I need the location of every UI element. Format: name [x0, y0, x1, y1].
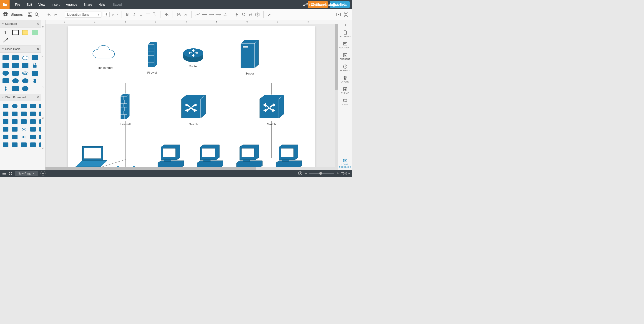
cisco-shape[interactable]	[2, 134, 10, 140]
undo-icon[interactable]	[46, 12, 52, 17]
line-start-icon[interactable]	[208, 12, 214, 17]
distribute-icon[interactable]	[183, 12, 188, 17]
align-icon[interactable]	[145, 12, 150, 17]
menu-share[interactable]: Share	[80, 0, 95, 9]
close-icon[interactable]: ✕	[36, 21, 39, 26]
switch2-icon[interactable]	[258, 94, 285, 120]
dock-theme[interactable]: THEME	[338, 85, 352, 96]
wrench-icon[interactable]	[267, 12, 272, 17]
fullscreen-icon[interactable]	[344, 12, 349, 17]
scrollbar-thumb[interactable]	[46, 167, 256, 170]
dock-present[interactable]: PRESENT	[338, 51, 352, 62]
dock-feedback[interactable]: LEAVE FEEDBACK	[338, 156, 352, 170]
vertical-scrollbar[interactable]	[335, 24, 338, 167]
cisco-shape[interactable]	[11, 134, 19, 140]
dock-chat[interactable]: CHAT	[338, 97, 352, 107]
cisco-shape[interactable]	[38, 126, 42, 132]
workstation-icon[interactable]	[235, 144, 264, 169]
grid-view-icon[interactable]	[9, 172, 12, 175]
fill-icon[interactable]	[164, 12, 170, 17]
underline-icon[interactable]: U	[138, 12, 144, 17]
menu-view[interactable]: View	[35, 0, 48, 9]
align-left-icon[interactable]	[176, 12, 182, 17]
server-icon[interactable]	[240, 39, 260, 69]
cisco-shape[interactable]	[11, 142, 19, 148]
cisco-shape[interactable]	[38, 142, 42, 148]
list-view-icon[interactable]	[2, 172, 6, 175]
play-slides-icon[interactable]	[336, 12, 341, 17]
cisco-shape[interactable]	[2, 78, 10, 84]
cisco-shape[interactable]	[12, 70, 19, 76]
cisco-shape[interactable]	[2, 126, 10, 132]
action-icon[interactable]	[234, 12, 240, 17]
cisco-shape[interactable]	[11, 126, 19, 132]
font-select[interactable]: Liberation Sans▾	[65, 11, 102, 17]
cisco-shape[interactable]	[29, 134, 37, 140]
switch1-icon[interactable]	[180, 94, 207, 120]
line-curve-icon[interactable]	[195, 12, 200, 17]
app-logo[interactable]	[0, 0, 10, 9]
cisco-shape[interactable]	[38, 118, 42, 125]
cisco-shape[interactable]	[20, 103, 28, 109]
cisco-shape[interactable]	[22, 85, 29, 92]
add-page-button[interactable]: +	[40, 171, 46, 176]
close-icon[interactable]: ✕	[36, 47, 39, 51]
gear-icon[interactable]	[3, 12, 8, 17]
zoom-level[interactable]: 75% ▼	[341, 172, 350, 175]
cisco-shape[interactable]	[12, 78, 19, 84]
cisco-shape[interactable]	[11, 111, 19, 117]
cisco-shape[interactable]	[11, 118, 19, 125]
horizontal-scrollbar[interactable]	[46, 167, 338, 170]
image-icon[interactable]	[27, 12, 33, 17]
line-swap-icon[interactable]	[222, 12, 228, 17]
menu-arrange[interactable]: Arrange	[63, 0, 80, 9]
menu-help[interactable]: Help	[95, 0, 108, 9]
cisco-shape[interactable]	[2, 62, 10, 69]
dock-comment[interactable]: ❝❞ COMMENT	[338, 40, 352, 51]
group-cisco-basic-header[interactable]: ▼ Cisco Basic ✕	[0, 45, 41, 53]
cisco-shape[interactable]	[31, 70, 39, 76]
router-icon[interactable]	[183, 46, 204, 62]
document-title[interactable]: Office Network Diagram	[303, 3, 341, 6]
workstation-icon[interactable]	[195, 144, 225, 169]
collapse-dock-icon[interactable]: ‹‹	[338, 21, 352, 28]
scrollbar-thumb[interactable]	[335, 24, 338, 90]
compass-icon[interactable]	[298, 171, 302, 175]
bold-icon[interactable]: B	[124, 12, 130, 17]
menu-file[interactable]: File	[12, 0, 24, 9]
note-shape[interactable]	[22, 29, 29, 36]
cisco-shape[interactable]	[20, 111, 28, 117]
cisco-cloud-shape[interactable]	[22, 54, 29, 61]
cisco-shape[interactable]	[12, 85, 19, 92]
text-shape[interactable]: T	[2, 29, 10, 36]
cisco-lock-shape[interactable]	[31, 62, 39, 69]
cisco-shape[interactable]	[22, 78, 29, 84]
workstation-icon[interactable]	[156, 144, 186, 169]
cisco-shape[interactable]	[38, 103, 42, 109]
italic-icon[interactable]: I	[132, 12, 137, 17]
cisco-shape[interactable]	[22, 62, 29, 69]
info-icon[interactable]	[255, 12, 260, 17]
firewall-icon[interactable]	[147, 41, 158, 69]
font-size-input[interactable]	[103, 12, 110, 17]
canvas-viewport[interactable]: The Internet Firewall Router Server Fir	[46, 24, 338, 170]
search-icon[interactable]	[34, 12, 40, 17]
cisco-shape[interactable]	[20, 118, 28, 125]
cisco-shape[interactable]	[2, 118, 10, 125]
diagram-page[interactable]: The Internet Firewall Router Server Fir	[68, 26, 315, 170]
redo-icon[interactable]	[53, 12, 58, 17]
cisco-shape[interactable]	[2, 70, 10, 76]
cisco-shape[interactable]	[2, 142, 10, 148]
cisco-shape[interactable]	[20, 134, 28, 140]
cisco-shape[interactable]	[2, 111, 10, 117]
dock-history[interactable]: HISTORY	[338, 62, 352, 73]
cisco-shape[interactable]	[2, 103, 10, 109]
zoom-out-icon[interactable]: −	[304, 171, 307, 176]
arrow-shape[interactable]	[2, 37, 10, 43]
dock-layers[interactable]: LAYERS	[338, 74, 352, 85]
firewall2-icon[interactable]	[120, 93, 130, 120]
text-tool-icon[interactable]: T↕	[152, 12, 157, 17]
cisco-shape[interactable]	[20, 142, 28, 148]
menu-edit[interactable]: Edit	[24, 0, 35, 9]
cisco-shape[interactable]	[20, 126, 28, 132]
